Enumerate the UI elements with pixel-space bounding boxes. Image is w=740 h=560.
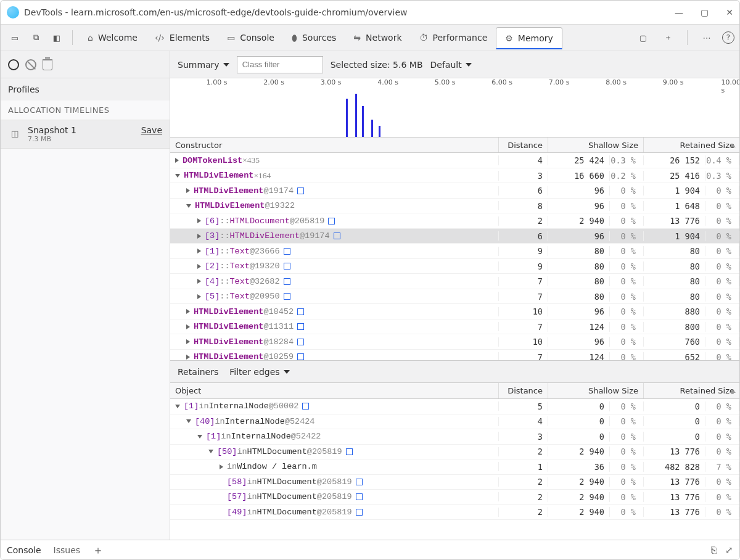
table-row[interactable]: HTMLDivElement @1828410960 %7600 % (170, 334, 739, 350)
tab-performance[interactable]: ⏱Performance (411, 27, 496, 49)
default-dropdown[interactable]: Default (430, 60, 472, 70)
table-row[interactable]: [1] :: Text @236669800 %800 % (170, 244, 739, 259)
expand-toggle-icon[interactable] (197, 435, 202, 439)
element-badge-icon[interactable] (297, 353, 304, 360)
snapshot-item[interactable]: ◫ Snapshot 1 7.3 MB Save (1, 120, 170, 149)
minimize-icon[interactable]: — (675, 7, 683, 17)
table-row[interactable]: HTMLDivElement @1025971240 %6520 % (170, 350, 739, 360)
class-filter-input[interactable] (237, 56, 323, 73)
expand-toggle-icon[interactable] (220, 464, 223, 469)
trash-icon[interactable] (43, 59, 52, 70)
element-badge-icon[interactable] (356, 493, 363, 500)
tab-memory[interactable]: ⚙Memory (496, 27, 562, 49)
expand-toggle-icon[interactable] (197, 264, 201, 269)
tab-welcome[interactable]: ⌂Welcome (79, 27, 146, 49)
expand-toggle-icon[interactable] (175, 174, 180, 178)
expand-toggle-icon[interactable] (186, 204, 191, 208)
tab-console[interactable]: ▭Console (218, 27, 283, 49)
table-row[interactable]: HTMLDivElement @191746960 %1 9040 % (170, 183, 739, 199)
snippet-icon[interactable]: ⎘ (711, 545, 717, 556)
expand-toggle-icon[interactable] (186, 309, 190, 314)
help-icon[interactable]: ? (722, 31, 734, 44)
table-row[interactable]: [58] in HTMLDocument @20581922 9400 %13 … (170, 475, 739, 490)
device-toggle-icon[interactable]: ⧉ (27, 28, 45, 47)
expand-toggle-icon[interactable] (186, 188, 190, 193)
table-row[interactable]: [49] in HTMLDocument @20581922 9400 %13 … (170, 505, 739, 521)
more-icon[interactable]: ⋯ (697, 28, 716, 47)
expand-toggle-icon[interactable] (175, 405, 180, 408)
element-badge-icon[interactable] (356, 509, 363, 516)
tab-sources[interactable]: ⬮Sources (283, 27, 345, 49)
table-row[interactable]: [6] :: HTMLDocument @20581922 9400 %13 7… (170, 213, 739, 229)
record-icon[interactable] (8, 59, 19, 70)
expand-toggle-icon[interactable] (197, 218, 201, 223)
expand-icon[interactable]: ⤢ (725, 545, 733, 556)
element-badge-icon[interactable] (356, 479, 363, 485)
inspect-icon[interactable]: ▭ (6, 28, 24, 47)
timeline-tick: 1.00 s (207, 78, 228, 86)
table-row[interactable]: [2] :: Text @193209800 %800 % (170, 259, 739, 274)
col-shallow[interactable]: Shallow Size (548, 383, 644, 398)
element-badge-icon[interactable] (284, 248, 290, 255)
element-badge-icon[interactable] (297, 339, 304, 345)
tab-console[interactable]: Console (7, 545, 41, 555)
element-badge-icon[interactable] (284, 278, 290, 285)
table-row[interactable]: HTMLDivElement ×164316 6600.2 %25 4160.3… (170, 168, 739, 184)
table-row[interactable]: [1] in InternalNode @52422300 %00 % (170, 429, 739, 445)
col-retained[interactable]: Retained Size (644, 383, 739, 398)
table-row[interactable]: HTMLDivElement @1131171240 %8000 % (170, 319, 739, 335)
table-row[interactable]: [50] in HTMLDocument @20581922 9400 %13 … (170, 445, 739, 460)
col-constructor[interactable]: Constructor (170, 138, 499, 152)
table-row[interactable]: [3] :: HTMLDivElement @191746960 %1 9040… (170, 229, 739, 244)
table-row[interactable]: HTMLDivElement @1845210960 %8800 % (170, 304, 739, 319)
element-badge-icon[interactable] (346, 448, 353, 455)
filter-edges-dropdown[interactable]: Filter edges (229, 367, 289, 377)
element-badge-icon[interactable] (284, 263, 290, 270)
col-shallow[interactable]: Shallow Size (548, 138, 644, 152)
tab-issues[interactable]: Issues (54, 545, 81, 555)
summary-dropdown[interactable]: Summary (178, 60, 229, 70)
tab-elements[interactable]: ‹/›Elements (146, 27, 218, 49)
table-row[interactable]: in Window / learn.m1360 %482 8287 % (170, 459, 739, 475)
cell: 0 % (610, 492, 644, 502)
allocation-timeline[interactable]: 1.00 s2.00 s3.00 s4.00 s5.00 s6.00 s7.00… (170, 78, 739, 138)
expand-toggle-icon[interactable] (186, 324, 190, 329)
new-tab-icon[interactable]: ▢ (634, 28, 652, 47)
plus-icon[interactable]: ＋ (659, 28, 677, 47)
close-icon[interactable]: ✕ (726, 7, 733, 17)
element-badge-icon[interactable] (328, 218, 335, 224)
expand-toggle-icon[interactable] (186, 355, 190, 360)
expand-toggle-icon[interactable] (197, 294, 201, 299)
element-badge-icon[interactable] (297, 323, 304, 330)
expand-toggle-icon[interactable] (197, 234, 201, 239)
table-row[interactable]: [5] :: Text @209507800 %800 % (170, 289, 739, 305)
expand-toggle-icon[interactable] (197, 249, 201, 253)
expand-toggle-icon[interactable] (175, 158, 179, 163)
save-link[interactable]: Save (141, 125, 162, 135)
plus-icon[interactable]: ＋ (92, 543, 104, 558)
element-badge-icon[interactable] (284, 293, 290, 300)
clear-icon[interactable] (25, 59, 36, 70)
tab-network[interactable]: ⇋Network (345, 27, 410, 49)
table-row[interactable]: [4] :: Text @326827800 %800 % (170, 274, 739, 289)
col-distance[interactable]: Distance (499, 383, 548, 398)
expand-toggle-icon[interactable] (197, 279, 201, 284)
table-row[interactable]: [40] in InternalNode @52424400 %00 % (170, 414, 739, 430)
col-object[interactable]: Object (170, 383, 499, 398)
expand-toggle-icon[interactable] (208, 450, 213, 453)
element-badge-icon[interactable] (334, 233, 340, 239)
table-row[interactable]: HTMLDivElement @193228960 %1 6480 % (170, 199, 739, 214)
table-row[interactable]: DOMTokenList ×435425 4240.3 %26 1520.4 % (170, 153, 739, 168)
expand-toggle-icon[interactable] (186, 419, 191, 423)
maximize-icon[interactable]: ▢ (701, 7, 709, 17)
element-badge-icon[interactable] (297, 187, 304, 194)
col-retained[interactable]: Retained Size (644, 138, 739, 152)
col-distance[interactable]: Distance (499, 138, 548, 152)
element-badge-icon[interactable] (302, 403, 309, 410)
element-badge-icon[interactable] (297, 308, 304, 315)
dock-icon[interactable]: ◧ (47, 28, 66, 47)
cell: 3 (499, 432, 548, 442)
expand-toggle-icon[interactable] (186, 339, 190, 344)
table-row[interactable]: [1] in InternalNode @50002500 %00 % (170, 399, 739, 414)
table-row[interactable]: [57] in HTMLDocument @20581922 9400 %13 … (170, 490, 739, 505)
